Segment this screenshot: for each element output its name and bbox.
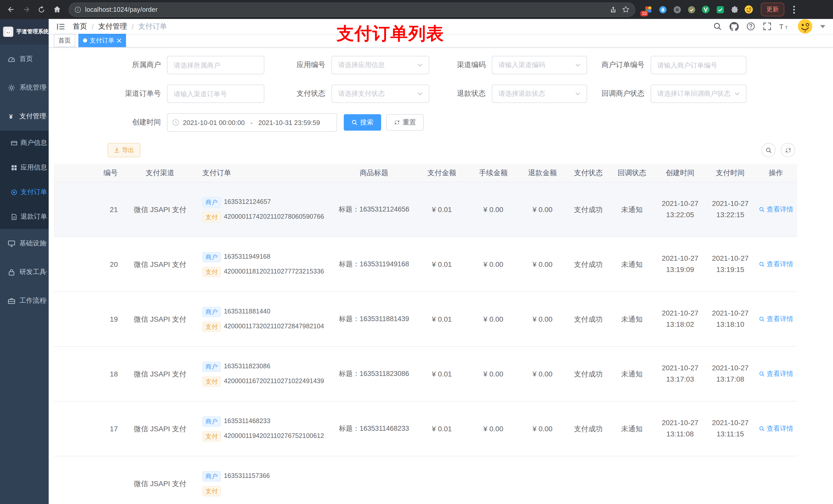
toggle-search-button[interactable] [761,143,776,157]
extension-icon-green-circle[interactable] [701,5,711,14]
address-bar[interactable]: localhost:1024/pay/order [69,2,635,17]
pay-status-select[interactable]: 请选择支付状态 [331,85,429,103]
font-size-icon[interactable]: TT [779,22,790,30]
sidebar-item-home[interactable]: 首页 [0,45,49,73]
merchant-order-no-input[interactable] [651,56,746,74]
breadcrumb-pay-management[interactable]: 支付管理 [98,22,127,31]
sidebar-item-label: 系统管理 [20,83,46,92]
home-button[interactable] [50,3,64,16]
view-detail-link[interactable]: 查看详情 [759,424,793,434]
extension-icon-olive[interactable] [687,5,696,14]
app-id-select[interactable]: 请选择应用信息 [331,56,429,74]
cell-notify-status: 未通知 [610,182,654,237]
cell-channel: 微信 JSAPI 支付 [123,402,197,456]
sidebar-subitem-pay-order[interactable]: 支付订单 [0,180,49,205]
header-search-icon[interactable] [713,22,722,31]
tab-close-icon[interactable] [117,38,121,43]
tab-home[interactable]: 首页 [54,34,75,47]
table-row: 17 微信 JSAPI 支付 商户1635311468233 支付4200001… [54,402,797,456]
date-separator: - [248,119,255,126]
pay-tag: 支付 [203,376,221,386]
extension-icon-green-square[interactable] [715,5,725,14]
github-icon[interactable] [730,22,739,31]
extensions-puzzle-icon[interactable] [730,5,739,14]
chevron-up-icon [43,115,47,118]
app-logo[interactable]: 芋道管理系统 [0,19,49,45]
forward-button[interactable] [20,3,33,16]
column-header: 编号 [54,164,123,182]
sidebar-item-infrastructure[interactable]: 基础设施 [0,229,49,258]
column-header: 商品标题 [333,164,415,182]
cell-order: 商户1635311881440 支付4200001173202110272847… [197,292,333,346]
cell-title: 标题：1635311468233 [333,402,415,456]
date-start-value: 2021-10-01 00:00:00 [183,119,245,126]
fullscreen-icon[interactable] [763,22,771,31]
extension-icon-colorful[interactable]: 10 [643,5,653,14]
field-label: 商户订单编号 [587,61,651,70]
merchant-order-no: 1635311468233 [224,416,270,426]
breadcrumb-home[interactable]: 首页 [73,22,87,31]
cell-fee-amount: ¥ 0.00 [469,292,518,346]
column-header: 回调状态 [610,164,654,182]
view-detail-link[interactable]: 查看详情 [759,205,793,215]
reload-button[interactable] [35,3,48,16]
user-avatar[interactable] [798,19,812,34]
pay-tag: 支付 [203,321,221,332]
active-tab-dot [83,39,87,43]
extension-icon-globe[interactable] [672,5,682,14]
export-button[interactable]: 导出 [108,143,140,157]
screen: localhost:1024/pay/order 10 [0,0,833,504]
sidebar-subitem-merchant-info[interactable]: 商户信息 [0,130,49,155]
view-detail-link[interactable]: 查看详情 [759,314,793,324]
refund-status-select[interactable]: 请选择退款状态 [492,85,587,103]
chevron-down-icon [43,86,47,89]
avatar-caret-icon[interactable] [820,25,825,28]
extensions-area: 10 [643,5,754,14]
view-detail-link[interactable]: 查看详情 [759,259,793,269]
back-button[interactable] [4,3,18,16]
table-row: 21 微信 JSAPI 支付 商户1635312124657 支付4200001… [54,182,797,237]
sidebar-toggle-icon[interactable] [56,22,66,31]
search-button[interactable]: 搜索 [344,114,381,130]
sidebar-item-system[interactable]: 系统管理 [0,73,49,102]
cell-notify-status: 未通知 [610,402,654,456]
sidebar-item-label: 基础设施 [20,239,46,248]
notify-status-select[interactable]: 请选择订单回调商户状态 [651,85,746,103]
browser-menu-icon[interactable] [790,5,798,14]
cell-pay-amount: ¥ 0.01 [415,292,469,346]
help-icon[interactable] [746,22,755,31]
sidebar-subitem-app-info[interactable]: 应用信息 [0,155,49,180]
cell-id: 21 [54,182,123,237]
field-label: 回调商户状态 [587,89,651,98]
pay-tag: 支付 [203,267,221,277]
merchant-select[interactable] [167,56,264,74]
refresh-table-button[interactable] [781,143,795,157]
reset-button[interactable]: 重置 [386,114,424,130]
breadcrumb-separator: / [132,22,134,30]
sidebar-subitem-refund-order[interactable]: 退款订单 [0,205,49,229]
channel-order-no-input[interactable] [167,85,264,103]
cell-pay-amount: ¥ 0.01 [415,237,469,291]
sidebar-item-dev-tools[interactable]: 研发工具 [0,258,49,286]
table-toolbar: 导出 [108,143,795,157]
url-text: localhost:1024/pay/order [85,6,158,13]
site-info-icon[interactable] [74,6,81,13]
create-time-range-picker[interactable]: 2021-10-01 00:00:00 - 2021-10-31 23:59:5… [167,113,337,131]
sidebar-item-workflow[interactable]: 工作流程 [0,286,49,315]
sidebar-subitem-label: 支付订单 [21,188,47,197]
extension-icon-drop[interactable] [658,5,668,14]
bookmark-star-icon[interactable] [622,6,629,13]
view-detail-link[interactable]: 查看详情 [759,369,793,379]
channel-code-select[interactable]: 请输入渠道编码 [492,56,587,74]
sidebar-item-label: 首页 [20,54,33,64]
field-label: 渠道编码 [429,61,492,70]
extension-icon-emoji[interactable] [744,5,754,14]
sidebar-item-payment[interactable]: ¥ 支付管理 [0,102,49,130]
sidebar-subitem-label: 退款订单 [21,212,47,221]
cell-create-time: 2021-10-27 13:18:02 [654,292,706,346]
share-icon[interactable] [610,6,617,13]
sidebar-item-label: 研发工具 [20,267,46,277]
tab-pay-order[interactable]: 支付订单 [78,34,126,47]
browser-update-button[interactable]: 更新 [761,3,784,16]
column-header: 支付金额 [415,164,469,182]
